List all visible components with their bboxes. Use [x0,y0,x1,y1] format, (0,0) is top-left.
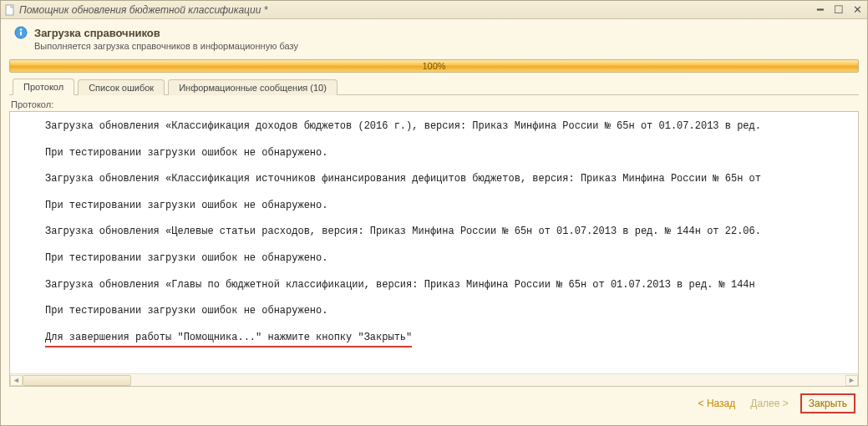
tab-protocol[interactable]: Протокол [13,79,74,95]
log-line: При тестировании загрузки ошибок не обна… [45,200,851,213]
maximize-button[interactable]: ☐ [832,4,845,16]
svg-rect-3 [20,32,22,36]
info-icon [14,26,28,39]
page-heading: Загрузка справочников [34,27,160,39]
log-line: При тестировании загрузки ошибок не обна… [45,305,851,318]
tab-errors[interactable]: Список ошибок [78,79,165,95]
tab-info-messages[interactable]: Информационные сообщения (10) [168,79,338,95]
close-button[interactable]: Закрыть [800,393,855,413]
progress-bar: 100% [9,59,859,73]
minimize-button[interactable]: ━ [814,4,827,16]
scrollbar-track[interactable] [23,375,845,386]
document-icon [4,4,16,16]
page-subtitle: Выполняется загрузка справочников в инфо… [34,41,859,51]
protocol-content: Загрузка обновления «Классификация доход… [10,112,858,373]
svg-rect-0 [6,5,13,15]
next-button[interactable]: Далее > [747,396,792,411]
log-line: Для завершения работы "Помощника..." наж… [45,332,851,348]
log-line: Загрузка обновления «Главы по бюджетной … [45,279,851,292]
tabs: Протокол Список ошибок Информационные со… [9,78,859,95]
protocol-section-label: Протокол: [9,97,859,111]
log-line: При тестировании загрузки ошибок не обна… [45,252,851,266]
close-window-button[interactable]: ✕ [850,4,864,16]
horizontal-scrollbar[interactable]: ◄ ► [10,373,858,386]
scrollbar-thumb[interactable] [23,375,131,386]
svg-point-2 [20,28,22,30]
footer: < Назад Далее > Закрыть [9,387,859,420]
window-title: Помощник обновления бюджетной классифика… [19,4,814,16]
protocol-frame: Загрузка обновления «Классификация доход… [9,111,859,387]
log-line: Загрузка обновления «Классификация доход… [45,120,851,134]
log-line: Загрузка обновления «Классификация источ… [45,173,851,186]
window-controls: ━ ☐ ✕ [814,4,864,16]
body: Загрузка справочников Выполняется загруз… [1,19,867,425]
log-line: Загрузка обновления «Целевые статьи расх… [45,226,851,239]
scroll-left-icon[interactable]: ◄ [10,375,23,386]
assistant-window: Помощник обновления бюджетной классифика… [0,0,868,426]
progress-text: 100% [422,61,445,71]
scroll-right-icon[interactable]: ► [845,375,858,386]
back-button[interactable]: < Назад [695,396,739,411]
log-line: При тестировании загрузки ошибок не обна… [45,147,851,160]
titlebar: Помощник обновления бюджетной классифика… [1,1,867,19]
heading-row: Загрузка справочников [14,26,859,39]
log-line-highlight: Для завершения работы "Помощника..." наж… [45,332,412,348]
